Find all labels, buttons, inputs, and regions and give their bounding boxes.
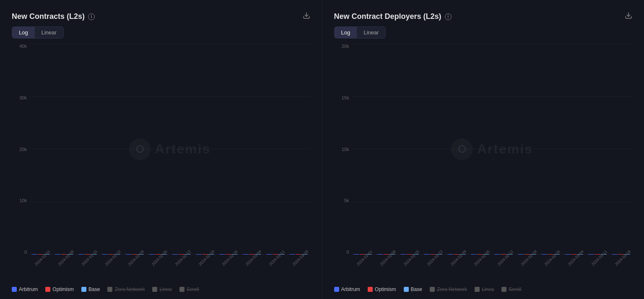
legend: ArbitrumOptimismBaseZora NetworkLineaScr… [12,286,310,292]
legend-item: Arbitrum [12,286,38,292]
x-label-wrap: 2024-02-12 [492,256,515,261]
legend-color-dot [179,287,184,292]
scale-toggle: LogLinear [12,26,64,39]
legend-color-dot [107,287,112,292]
legend-label: Zora Network [114,286,145,292]
legend-color-dot [368,287,373,292]
y-axis-label: 20k [334,44,352,49]
y-axis-label: 20k [12,147,29,152]
y-axis: 20k15k10k5k0 [334,44,352,280]
x-label-wrap: 2024-02-19 [516,256,538,261]
x-label-wrap: 2024-03-11 [264,256,287,261]
legend-item: Base [404,286,422,292]
legend-item: Linea [152,286,171,292]
y-axis-label: 10k [334,147,352,152]
info-icon[interactable]: i [88,13,95,20]
x-label-wrap: 2024-01-29 [123,256,146,261]
x-label-wrap: 2024-03-18 [287,256,310,261]
legend-label: Base [411,286,422,292]
y-axis-label: 30k [12,95,29,100]
linear-button[interactable]: Linear [357,27,385,38]
x-label-wrap: 2024-01-01 [352,256,374,261]
legend-color-dot [45,287,50,292]
legend-label: Zora Network [437,286,467,292]
legend-label: Scroll [509,286,521,292]
log-button[interactable]: Log [12,27,35,38]
legend-color-dot [334,287,339,292]
download-icon[interactable] [625,12,632,21]
bars-container [352,44,633,280]
x-label-wrap: 2024-03-18 [610,256,632,261]
log-button[interactable]: Log [335,27,357,38]
legend: ArbitrumOptimismBaseZora NetworkLineaScr… [334,286,633,292]
x-label-wrap: 2024-02-26 [217,256,240,261]
x-label-wrap: 2024-02-26 [539,256,562,261]
legend-item: Scroll [501,286,521,292]
legend-label: Arbitrum [341,286,360,292]
x-label-wrap: 2024-01-29 [445,256,468,261]
x-label-wrap: 2024-03-04 [563,256,585,261]
panel-header: New Contracts (L2s)i [12,12,310,21]
legend-label: Scroll [187,286,199,292]
legend-item: Scroll [179,286,199,292]
bars-container [29,44,310,280]
x-label-wrap: 2024-03-11 [586,256,609,261]
x-label-wrap: 2024-03-04 [241,256,263,261]
panel-new-contract-deployers: New Contract Deployers (L2s)iLogLinear20… [322,0,644,299]
y-axis-label: 5k [334,198,352,203]
panel-header: New Contract Deployers (L2s)i [334,12,633,21]
legend-item: Zora Network [430,286,467,292]
y-axis-label: 0 [334,250,352,255]
x-axis: 2024-01-012024-01-082024-01-152024-01-22… [352,255,633,280]
legend-item: Zora Network [107,286,145,292]
legend-label: Base [88,286,100,292]
legend-color-dot [404,287,409,292]
chart-container: 20k15k10k5k0 ⬡ Artemis 2024-01-012024-01… [334,44,633,280]
y-axis-label: 0 [12,250,29,255]
chart-container: 40k30k20k10k0 ⬡ Artemis 2024-01-012024-0… [12,44,310,280]
x-label-wrap: 2024-02-05 [469,256,491,261]
legend-color-dot [430,287,435,292]
x-label-wrap: 2024-01-08 [53,256,75,261]
legend-label: Optimism [52,286,74,292]
download-icon[interactable] [303,12,310,21]
legend-color-dot [12,287,17,292]
legend-item: Optimism [368,286,396,292]
x-label-wrap: 2024-01-15 [398,256,421,261]
linear-button[interactable]: Linear [35,27,63,38]
legend-item: Linea [475,286,494,292]
panel-title: New Contract Deployers (L2s)i [334,12,452,21]
legend-color-dot [81,287,86,292]
panel-title: New Contracts (L2s)i [12,12,95,21]
x-label-wrap: 2024-01-08 [375,256,397,261]
x-axis: 2024-01-012024-01-082024-01-152024-01-22… [29,255,310,280]
legend-label: Linea [482,286,494,292]
panel-title-text: New Contract Deployers (L2s) [334,12,441,21]
legend-item: Arbitrum [334,286,360,292]
legend-color-dot [152,287,157,292]
x-label-wrap: 2024-02-12 [170,256,193,261]
x-label-wrap: 2024-02-19 [194,256,216,261]
chart-inner: ⬡ Artemis 2024-01-012024-01-082024-01-15… [352,44,633,280]
legend-label: Linea [159,286,171,292]
y-axis-label: 15k [334,95,352,100]
y-axis-label: 10k [12,198,29,203]
legend-label: Optimism [375,286,396,292]
panel-new-contracts: New Contracts (L2s)iLogLinear40k30k20k10… [0,0,322,299]
x-label-wrap: 2024-02-05 [147,256,169,261]
x-label-wrap: 2024-01-15 [76,256,99,261]
y-axis: 40k30k20k10k0 [12,44,29,280]
legend-item: Optimism [45,286,74,292]
legend-label: Arbitrum [19,286,38,292]
x-label-wrap: 2024-01-01 [29,256,52,261]
info-icon[interactable]: i [445,13,452,20]
legend-color-dot [501,287,506,292]
scale-toggle: LogLinear [334,26,386,39]
x-label-wrap: 2024-01-22 [422,256,444,261]
panel-title-text: New Contracts (L2s) [12,12,85,21]
chart-area: 40k30k20k10k0 ⬡ Artemis 2024-01-012024-0… [12,44,310,280]
legend-color-dot [475,287,480,292]
chart-inner: ⬡ Artemis 2024-01-012024-01-082024-01-15… [29,44,310,280]
chart-area: 20k15k10k5k0 ⬡ Artemis 2024-01-012024-01… [334,44,633,280]
y-axis-label: 40k [12,44,29,49]
